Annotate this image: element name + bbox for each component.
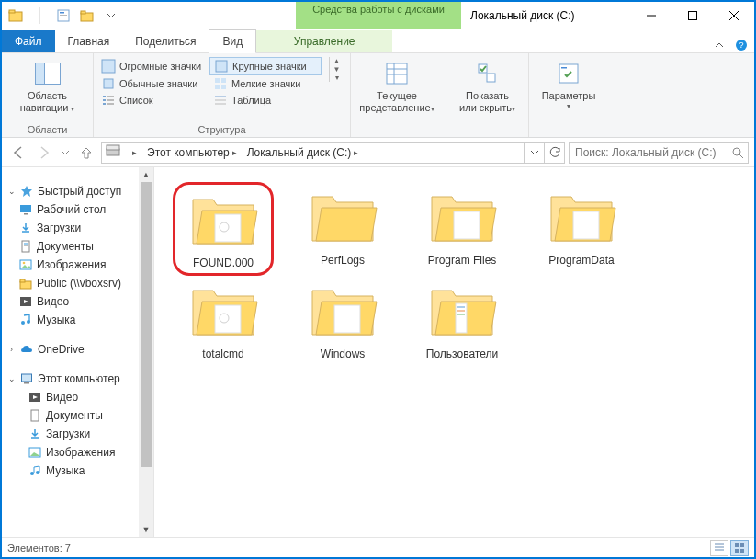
nav-quick-access[interactable]: Быстрый доступ xyxy=(38,185,121,198)
ribbon-collapse-icon[interactable] xyxy=(712,38,727,52)
layout-gallery[interactable]: Огромные значки Крупные значки Обычные з… xyxy=(97,57,327,108)
search-icon[interactable] xyxy=(728,146,748,159)
folder-label: PerfLogs xyxy=(321,254,365,267)
svg-rect-59 xyxy=(24,382,29,384)
folder-item[interactable]: Пользователи xyxy=(412,276,513,364)
close-button[interactable] xyxy=(713,2,754,29)
gallery-more-icon[interactable]: ▾ xyxy=(330,74,344,82)
forward-button[interactable] xyxy=(33,142,55,164)
svg-rect-68 xyxy=(454,211,480,239)
folder-icon xyxy=(186,280,260,346)
folder-item[interactable]: totalcmd xyxy=(173,276,274,364)
nav-music-2[interactable]: Музыка xyxy=(46,464,85,477)
svg-rect-10 xyxy=(688,12,696,20)
svg-rect-42 xyxy=(107,145,119,150)
nav-scrollbar[interactable]: ▲ ▼ xyxy=(139,167,153,537)
nav-music[interactable]: Музыка xyxy=(37,314,75,326)
chevron-down-icon[interactable]: ⌄ xyxy=(7,188,16,196)
chevron-right-icon[interactable]: ▸ xyxy=(130,148,140,157)
nav-onedrive[interactable]: OneDrive xyxy=(38,343,85,356)
qat-dropdown-icon[interactable] xyxy=(101,6,121,26)
svg-point-65 xyxy=(36,471,39,474)
tab-share[interactable]: Поделиться xyxy=(122,30,209,52)
gallery-up-icon[interactable]: ▲ xyxy=(330,57,344,65)
svg-rect-28 xyxy=(103,103,106,105)
maximize-button[interactable] xyxy=(671,2,713,29)
nav-videos-2[interactable]: Видео xyxy=(46,391,78,404)
search-box[interactable] xyxy=(569,142,749,164)
folder-item[interactable]: PerfLogs xyxy=(292,182,393,276)
show-hide-button[interactable]: Показать или скрыть▾ xyxy=(450,57,525,115)
crumb-drive-c[interactable]: Локальный диск (C:)▸ xyxy=(242,146,364,159)
nav-desktop[interactable]: Рабочий стол xyxy=(37,203,106,216)
details-view-button[interactable] xyxy=(710,540,728,556)
nav-documents[interactable]: Документы xyxy=(37,240,94,253)
nav-pictures-2[interactable]: Изображения xyxy=(46,446,115,459)
layout-list[interactable]: Список xyxy=(97,92,209,108)
search-input[interactable] xyxy=(570,146,728,159)
folder-label: Program Files xyxy=(428,254,497,267)
gallery-down-icon[interactable]: ▼ xyxy=(330,65,344,74)
options-icon xyxy=(554,59,583,88)
layout-small[interactable]: Мелкие значки xyxy=(209,75,322,92)
svg-rect-5 xyxy=(60,15,67,16)
this-pc-icon xyxy=(19,371,34,386)
qat-properties-icon[interactable] xyxy=(53,6,73,26)
downloads-icon xyxy=(18,221,33,235)
chevron-down-icon[interactable]: ⌄ xyxy=(7,375,16,383)
layout-extra-large[interactable]: Огромные значки xyxy=(97,57,209,75)
nav-pane-button[interactable]: Область навигации ▾ xyxy=(6,57,89,115)
svg-rect-38 xyxy=(487,74,495,82)
svg-rect-45 xyxy=(20,205,31,212)
folder-item[interactable]: ProgramData xyxy=(531,182,632,276)
current-view-icon xyxy=(382,59,412,88)
svg-rect-22 xyxy=(215,85,220,89)
crumb-this-pc[interactable]: Этот компьютер▸ xyxy=(141,146,242,159)
nav-this-pc[interactable]: Этот компьютер xyxy=(38,372,120,385)
scroll-down-icon[interactable]: ▼ xyxy=(139,522,153,537)
folder-item[interactable]: FOUND.000 xyxy=(173,182,274,276)
nav-downloads[interactable]: Загрузки xyxy=(37,222,81,234)
nav-videos[interactable]: Видео xyxy=(37,295,69,308)
current-view-button[interactable]: Текущее представление▾ xyxy=(355,57,439,115)
tab-home[interactable]: Главная xyxy=(55,30,123,52)
layout-large[interactable]: Крупные значки xyxy=(209,57,322,75)
svg-rect-54 xyxy=(20,280,25,282)
options-button[interactable]: Параметры ▾ xyxy=(533,57,604,112)
icons-view-button[interactable] xyxy=(730,540,749,556)
tab-view[interactable]: Вид xyxy=(209,29,256,53)
scroll-up-icon[interactable]: ▲ xyxy=(139,167,153,182)
svg-rect-24 xyxy=(103,96,106,97)
scrollbar-thumb[interactable] xyxy=(141,182,152,467)
status-bar: Элементов: 7 xyxy=(2,537,754,557)
nav-public[interactable]: Public (\\vboxsrv) xyxy=(37,277,121,290)
onedrive-icon xyxy=(19,342,34,357)
folder-item[interactable]: Windows xyxy=(292,276,393,364)
nav-documents-2[interactable]: Документы xyxy=(46,409,103,422)
nav-downloads-2[interactable]: Загрузки xyxy=(46,428,90,440)
pictures-icon xyxy=(18,257,33,272)
recent-locations-button[interactable] xyxy=(59,142,72,164)
explorer-window: Средства работы с дисками Локальный диск… xyxy=(2,2,754,557)
breadcrumb-box[interactable]: ▸ Этот компьютер▸ Локальный диск (C:)▸ xyxy=(101,142,565,164)
svg-rect-69 xyxy=(573,211,599,239)
chevron-right-icon[interactable]: › xyxy=(7,346,16,354)
network-folder-icon xyxy=(18,276,33,291)
nav-pictures[interactable]: Изображения xyxy=(37,258,106,271)
layout-medium[interactable]: Обычные значки xyxy=(97,75,209,92)
navigation-pane[interactable]: ⌄Быстрый доступ Рабочий стол📌 Загрузки📌 … xyxy=(2,167,154,537)
folder-item[interactable]: Program Files xyxy=(412,182,513,276)
svg-rect-72 xyxy=(334,305,360,333)
layout-details[interactable]: Таблица xyxy=(209,92,322,108)
address-dropdown-button[interactable] xyxy=(524,143,544,163)
up-button[interactable] xyxy=(75,142,97,164)
svg-rect-6 xyxy=(60,17,67,17)
file-tab[interactable]: Файл xyxy=(2,30,55,52)
back-button[interactable] xyxy=(7,142,29,164)
qat-newfolder-icon[interactable] xyxy=(77,6,97,26)
folder-view[interactable]: FOUND.000 PerfLogs Program Files Program… xyxy=(154,167,754,537)
minimize-button[interactable] xyxy=(630,2,671,29)
help-icon[interactable]: ? xyxy=(734,38,749,52)
refresh-button[interactable] xyxy=(544,143,564,163)
tab-manage[interactable]: Управление xyxy=(256,30,392,52)
